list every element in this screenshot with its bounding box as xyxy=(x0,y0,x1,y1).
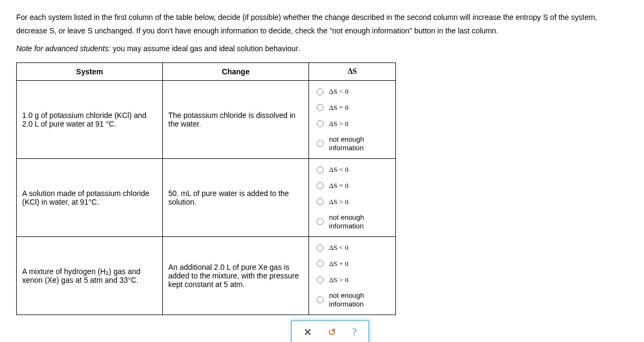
label-ds-gt: ΔS > 0 xyxy=(329,198,348,206)
label-ds-gt: ΔS > 0 xyxy=(329,120,348,128)
system-cell: A mixture of hydrogen (H₂) gas and xenon… xyxy=(17,237,163,315)
label-ds-eq: ΔS = 0 xyxy=(329,182,348,190)
radio-ds-lt[interactable] xyxy=(317,166,324,173)
change-cell: 50. mL of pure water is added to the sol… xyxy=(163,159,309,237)
system-cell: A solution made of potassium chloride (K… xyxy=(17,159,163,237)
label-ds-lt: ΔS < 0 xyxy=(329,165,348,174)
header-system: System xyxy=(17,63,163,81)
radio-ds-nei[interactable] xyxy=(317,140,324,147)
note-prefix: Note for advanced students: xyxy=(16,44,111,53)
radio-ds-nei[interactable] xyxy=(317,218,324,225)
system-cell: 1.0 g of potassium chloride (KCl) and 2.… xyxy=(17,81,163,159)
radio-ds-gt[interactable] xyxy=(317,198,324,205)
ds-cell: ΔS < 0 ΔS = 0 ΔS > 0 not enoughinformati… xyxy=(309,81,396,159)
reset-icon[interactable]: ↺ xyxy=(328,326,336,338)
label-ds-nei: not enoughinformation xyxy=(329,291,364,308)
help-icon[interactable]: ? xyxy=(352,327,357,338)
table-row: 1.0 g of potassium chloride (KCl) and 2.… xyxy=(17,81,396,159)
note-body: you may assume ideal gas and ideal solut… xyxy=(111,44,300,53)
clear-icon[interactable]: ✕ xyxy=(304,326,312,338)
entropy-table: System Change ΔS 1.0 g of potassium chlo… xyxy=(16,62,396,315)
radio-ds-lt[interactable] xyxy=(317,245,324,252)
instructions-text: For each system listed in the first colu… xyxy=(16,11,628,38)
action-bar: ✕ ↺ ? xyxy=(291,320,369,342)
table-row: A mixture of hydrogen (H₂) gas and xenon… xyxy=(17,237,396,315)
radio-ds-eq[interactable] xyxy=(317,182,324,189)
radio-ds-gt[interactable] xyxy=(317,120,324,127)
label-ds-nei: not enoughinformation xyxy=(329,213,364,230)
note-text: Note for advanced students: you may assu… xyxy=(16,44,628,53)
label-ds-lt: ΔS < 0 xyxy=(329,87,348,96)
ds-cell: ΔS < 0 ΔS = 0 ΔS > 0 not enoughinformati… xyxy=(309,237,396,315)
ds-cell: ΔS < 0 ΔS = 0 ΔS > 0 not enoughinformati… xyxy=(309,159,396,237)
label-ds-lt: ΔS < 0 xyxy=(329,243,348,252)
table-row: A solution made of potassium chloride (K… xyxy=(17,159,396,237)
label-ds-nei: not enoughinformation xyxy=(329,135,364,152)
radio-ds-eq[interactable] xyxy=(317,260,324,267)
radio-ds-gt[interactable] xyxy=(317,276,324,283)
header-ds: ΔS xyxy=(309,63,396,81)
radio-ds-eq[interactable] xyxy=(317,104,324,111)
label-ds-eq: ΔS = 0 xyxy=(329,260,348,268)
header-change: Change xyxy=(163,63,309,81)
label-ds-gt: ΔS > 0 xyxy=(329,276,348,284)
radio-ds-lt[interactable] xyxy=(317,88,324,95)
change-cell: An additional 2.0 L of pure Xe gas is ad… xyxy=(163,237,309,315)
change-cell: The potassium chloride is dissolved in t… xyxy=(163,81,309,159)
radio-ds-nei[interactable] xyxy=(317,296,324,303)
label-ds-eq: ΔS = 0 xyxy=(329,103,348,112)
